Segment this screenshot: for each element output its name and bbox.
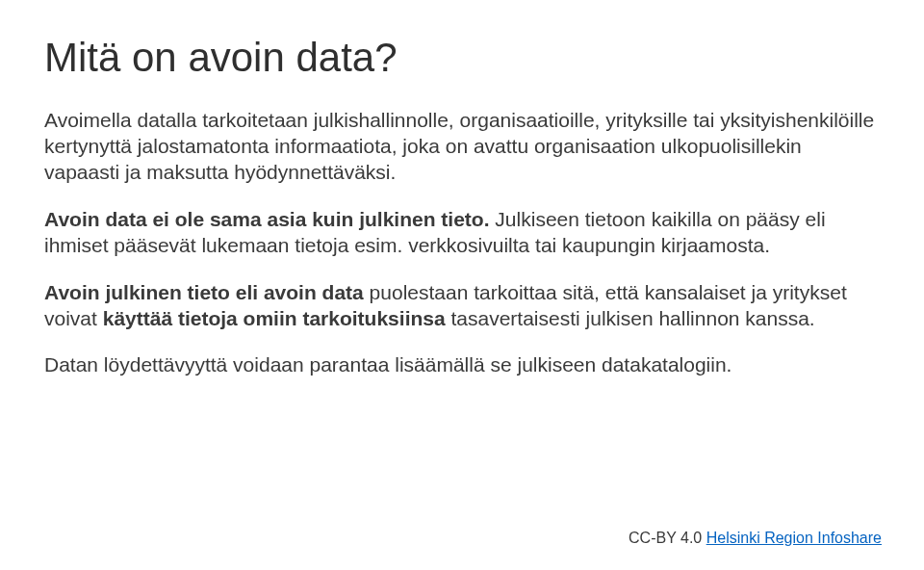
paragraph-open-public: Avoin julkinen tieto eli avoin data puol… <box>44 280 880 332</box>
bold-not-same: Avoin data ei ole sama asia kuin julkine… <box>44 208 490 230</box>
paragraph-intro: Avoimella datalla tarkoitetaan julkishal… <box>44 108 880 186</box>
bold-open-public: Avoin julkinen tieto eli avoin data <box>44 281 364 303</box>
license-footer: CC-BY 4.0 Helsinki Region Infoshare <box>629 530 882 547</box>
bold-own-purposes: käyttää tietoja omiin tarkoituksiinsa <box>103 307 446 329</box>
paragraph-contrast: Avoin data ei ole sama asia kuin julkine… <box>44 207 880 259</box>
paragraph-catalog: Datan löydettävyyttä voidaan parantaa li… <box>44 352 880 378</box>
license-link[interactable]: Helsinki Region Infoshare <box>706 530 882 546</box>
text-equal: tasavertaisesti julkisen hallinnon kanss… <box>446 307 815 329</box>
license-label: CC-BY 4.0 <box>629 530 706 546</box>
slide: Mitä on avoin data? Avoimella datalla ta… <box>0 0 924 570</box>
page-title: Mitä on avoin data? <box>44 35 880 81</box>
